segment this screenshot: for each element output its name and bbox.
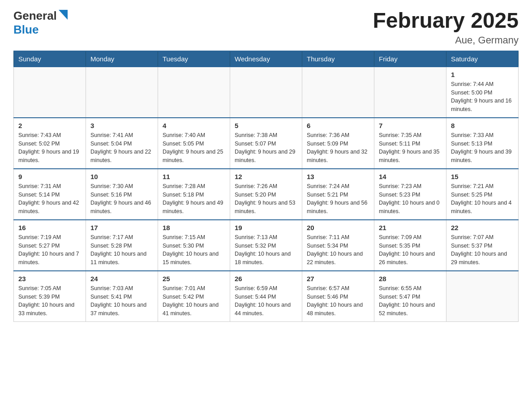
calendar-cell [302,67,374,118]
weekday-header-thursday: Thursday [302,51,374,67]
calendar-cell: 22Sunrise: 7:07 AMSunset: 5:37 PMDayligh… [446,220,519,271]
daylight-text: Daylight: 9 hours and 25 minutes. [163,148,225,165]
calendar-week-3: 9Sunrise: 7:31 AMSunset: 5:14 PMDaylight… [14,169,519,220]
sunset-text: Sunset: 5:41 PM [90,293,153,301]
day-info: Sunrise: 7:13 AMSunset: 5:32 PMDaylight:… [235,233,297,267]
calendar-cell: 24Sunrise: 7:03 AMSunset: 5:41 PMDayligh… [86,271,158,322]
sunset-text: Sunset: 5:14 PM [18,191,81,199]
sunrise-text: Sunrise: 7:40 AM [163,131,225,140]
weekday-header-row: SundayMondayTuesdayWednesdayThursdayFrid… [14,51,519,67]
day-info: Sunrise: 7:23 AMSunset: 5:23 PMDaylight:… [379,182,442,216]
day-number: 15 [451,173,514,180]
sunrise-text: Sunrise: 7:41 AM [90,131,153,140]
day-number: 2 [18,122,81,129]
daylight-text: Daylight: 10 hours and 0 minutes. [379,199,442,216]
sunset-text: Sunset: 5:02 PM [18,140,81,148]
sunset-text: Sunset: 5:35 PM [379,242,442,250]
sunrise-text: Sunrise: 7:13 AM [235,233,297,242]
sunset-text: Sunset: 5:18 PM [163,191,225,199]
daylight-text: Daylight: 10 hours and 44 minutes. [235,301,297,318]
location-text: Aue, Germany [373,34,519,46]
sunrise-text: Sunrise: 7:28 AM [163,182,225,191]
sunrise-text: Sunrise: 7:35 AM [379,131,442,140]
day-number: 20 [307,224,369,231]
day-number: 1 [451,71,514,78]
sunset-text: Sunset: 5:42 PM [163,293,225,301]
calendar-cell [230,67,302,118]
daylight-text: Daylight: 10 hours and 22 minutes. [307,250,369,267]
sunrise-text: Sunrise: 7:44 AM [451,80,514,89]
daylight-text: Daylight: 9 hours and 29 minutes. [235,148,297,165]
day-number: 7 [379,122,442,129]
daylight-text: Daylight: 10 hours and 11 minutes. [90,250,153,267]
sunrise-text: Sunrise: 7:33 AM [451,131,514,140]
day-info: Sunrise: 7:28 AMSunset: 5:18 PMDaylight:… [163,182,225,216]
daylight-text: Daylight: 9 hours and 42 minutes. [18,199,81,216]
day-number: 8 [451,122,514,129]
sunset-text: Sunset: 5:21 PM [307,191,369,199]
sunrise-text: Sunrise: 7:23 AM [379,182,442,191]
sunset-text: Sunset: 5:07 PM [235,140,297,148]
day-number: 14 [379,173,442,180]
calendar-cell: 28Sunrise: 6:55 AMSunset: 5:47 PMDayligh… [374,271,446,322]
day-info: Sunrise: 7:01 AMSunset: 5:42 PMDaylight:… [163,284,225,318]
calendar-cell: 4Sunrise: 7:40 AMSunset: 5:05 PMDaylight… [158,118,230,169]
day-info: Sunrise: 7:21 AMSunset: 5:25 PMDaylight:… [451,182,514,216]
sunset-text: Sunset: 5:20 PM [235,191,297,199]
calendar-cell [86,67,158,118]
day-info: Sunrise: 7:24 AMSunset: 5:21 PMDaylight:… [307,182,369,216]
weekday-header-wednesday: Wednesday [230,51,302,67]
day-info: Sunrise: 7:35 AMSunset: 5:11 PMDaylight:… [379,131,442,165]
svg-marker-0 [59,10,68,20]
calendar-week-2: 2Sunrise: 7:43 AMSunset: 5:02 PMDaylight… [14,118,519,169]
sunset-text: Sunset: 5:30 PM [163,242,225,250]
calendar-cell: 7Sunrise: 7:35 AMSunset: 5:11 PMDaylight… [374,118,446,169]
day-number: 18 [163,224,225,231]
sunset-text: Sunset: 5:09 PM [307,140,369,148]
sunrise-text: Sunrise: 7:19 AM [18,233,81,242]
daylight-text: Daylight: 9 hours and 22 minutes. [90,148,153,165]
daylight-text: Daylight: 9 hours and 35 minutes. [379,148,442,165]
weekday-header-sunday: Sunday [14,51,86,67]
day-number: 4 [163,122,225,129]
day-info: Sunrise: 7:30 AMSunset: 5:16 PMDaylight:… [90,182,153,216]
sunset-text: Sunset: 5:04 PM [90,140,153,148]
calendar-cell [14,67,86,118]
sunrise-text: Sunrise: 6:59 AM [235,284,297,293]
calendar-cell: 27Sunrise: 6:57 AMSunset: 5:46 PMDayligh… [302,271,374,322]
daylight-text: Daylight: 10 hours and 37 minutes. [90,301,153,318]
day-info: Sunrise: 7:09 AMSunset: 5:35 PMDaylight:… [379,233,442,267]
day-info: Sunrise: 6:57 AMSunset: 5:46 PMDaylight:… [307,284,369,318]
sunset-text: Sunset: 5:11 PM [379,140,442,148]
day-number: 12 [235,173,297,180]
calendar-cell: 17Sunrise: 7:17 AMSunset: 5:28 PMDayligh… [86,220,158,271]
sunrise-text: Sunrise: 7:26 AM [235,182,297,191]
sunrise-text: Sunrise: 7:17 AM [90,233,153,242]
daylight-text: Daylight: 9 hours and 16 minutes. [451,97,514,114]
logo-general-row: General [13,9,68,23]
day-info: Sunrise: 6:59 AMSunset: 5:44 PMDaylight:… [235,284,297,318]
sunset-text: Sunset: 5:46 PM [307,293,369,301]
sunset-text: Sunset: 5:28 PM [90,242,153,250]
sunset-text: Sunset: 5:47 PM [379,293,442,301]
calendar-cell [446,271,519,322]
calendar-cell: 10Sunrise: 7:30 AMSunset: 5:16 PMDayligh… [86,169,158,220]
day-number: 24 [90,275,153,283]
day-number: 6 [307,122,369,129]
sunrise-text: Sunrise: 7:31 AM [18,182,81,191]
day-number: 9 [18,173,81,180]
sunset-text: Sunset: 5:34 PM [307,242,369,250]
calendar-cell: 11Sunrise: 7:28 AMSunset: 5:18 PMDayligh… [158,169,230,220]
logo-general-text: General [13,9,57,23]
calendar-cell: 14Sunrise: 7:23 AMSunset: 5:23 PMDayligh… [374,169,446,220]
daylight-text: Daylight: 9 hours and 49 minutes. [163,199,225,216]
calendar-cell: 21Sunrise: 7:09 AMSunset: 5:35 PMDayligh… [374,220,446,271]
day-info: Sunrise: 7:03 AMSunset: 5:41 PMDaylight:… [90,284,153,318]
weekday-header-saturday: Saturday [446,51,519,67]
sunset-text: Sunset: 5:25 PM [451,191,514,199]
day-number: 21 [379,224,442,231]
sunrise-text: Sunrise: 7:21 AM [451,182,514,191]
weekday-header-tuesday: Tuesday [158,51,230,67]
sunrise-text: Sunrise: 7:09 AM [379,233,442,242]
logo-blue-text: Blue [13,23,39,37]
